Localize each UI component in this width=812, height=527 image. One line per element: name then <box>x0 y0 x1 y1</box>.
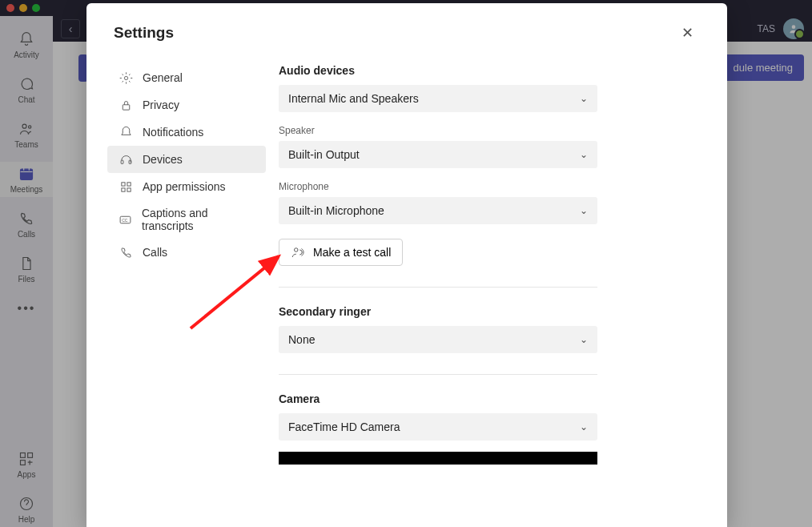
select-value: Internal Mic and Speakers <box>288 92 419 105</box>
nav-label: Calls <box>143 246 167 259</box>
chevron-down-icon: ⌄ <box>580 334 588 345</box>
speaker-select[interactable]: Built-in Output ⌄ <box>279 141 597 168</box>
svg-point-8 <box>124 76 127 79</box>
chevron-down-icon: ⌄ <box>580 149 588 160</box>
speaker-label: Speaker <box>279 125 703 136</box>
nav-notifications[interactable]: Notifications <box>107 119 266 146</box>
dialog-body: General Privacy Notifications Devices Ap… <box>86 53 727 527</box>
svg-rect-9 <box>123 104 130 109</box>
svg-rect-11 <box>129 160 131 163</box>
svg-rect-12 <box>121 182 124 185</box>
bell-icon <box>119 125 133 139</box>
phone-icon <box>119 245 133 259</box>
secondary-ringer-title: Secondary ringer <box>279 305 703 318</box>
button-label: Make a test call <box>313 246 391 259</box>
settings-content[interactable]: Audio devices Internal Mic and Speakers … <box>271 53 727 527</box>
chevron-down-icon: ⌄ <box>580 93 588 104</box>
close-icon: ✕ <box>681 25 693 41</box>
settings-dialog: Settings ✕ General Privacy Notifications <box>86 3 727 527</box>
divider <box>279 287 597 288</box>
app-background: ‹ TAS Activity Chat Teams Meetings Call <box>0 0 812 527</box>
lock-icon <box>119 98 133 112</box>
microphone-label: Microphone <box>279 181 703 192</box>
select-value: None <box>288 333 315 346</box>
nav-label: Captions and transcripts <box>142 207 255 232</box>
svg-rect-13 <box>127 182 130 185</box>
svg-rect-10 <box>121 160 123 163</box>
close-button[interactable]: ✕ <box>675 21 700 45</box>
svg-rect-15 <box>127 187 130 191</box>
select-value: FaceTime HD Camera <box>288 420 400 433</box>
audio-device-select[interactable]: Internal Mic and Speakers ⌄ <box>279 85 597 112</box>
nav-app-permissions[interactable]: App permissions <box>107 173 266 200</box>
camera-preview <box>279 452 597 465</box>
headset-icon <box>119 152 133 167</box>
camera-title: Camera <box>279 392 703 405</box>
nav-calls[interactable]: Calls <box>107 239 266 266</box>
camera-select[interactable]: FaceTime HD Camera ⌄ <box>279 413 597 441</box>
nav-label: Devices <box>143 153 183 166</box>
nav-label: Notifications <box>143 126 203 139</box>
microphone-select[interactable]: Built-in Microphone ⌄ <box>279 197 597 224</box>
gear-icon <box>119 70 133 85</box>
svg-rect-14 <box>121 187 124 191</box>
chevron-down-icon: ⌄ <box>580 205 588 216</box>
secondary-ringer-select[interactable]: None ⌄ <box>279 326 597 353</box>
audio-devices-title: Audio devices <box>279 64 703 77</box>
cc-icon: CC <box>119 212 132 227</box>
nav-label: Privacy <box>143 99 179 111</box>
select-value: Built-in Microphone <box>288 204 384 217</box>
svg-point-18 <box>295 248 299 252</box>
settings-nav: General Privacy Notifications Devices Ap… <box>103 53 271 527</box>
test-call-button[interactable]: Make a test call <box>279 239 403 266</box>
svg-text:CC: CC <box>122 218 128 222</box>
chevron-down-icon: ⌄ <box>580 421 588 432</box>
grid-icon <box>119 179 133 194</box>
dialog-header: Settings ✕ <box>86 3 727 53</box>
headset-person-icon <box>291 245 305 259</box>
nav-captions[interactable]: CC Captions and transcripts <box>107 200 266 239</box>
nav-label: App permissions <box>143 180 226 193</box>
nav-general[interactable]: General <box>107 64 266 91</box>
nav-devices[interactable]: Devices <box>107 146 266 173</box>
dialog-title: Settings <box>114 24 174 42</box>
nav-privacy[interactable]: Privacy <box>107 91 266 119</box>
nav-label: General <box>143 71 183 84</box>
select-value: Built-in Output <box>288 148 360 161</box>
divider <box>279 374 597 375</box>
